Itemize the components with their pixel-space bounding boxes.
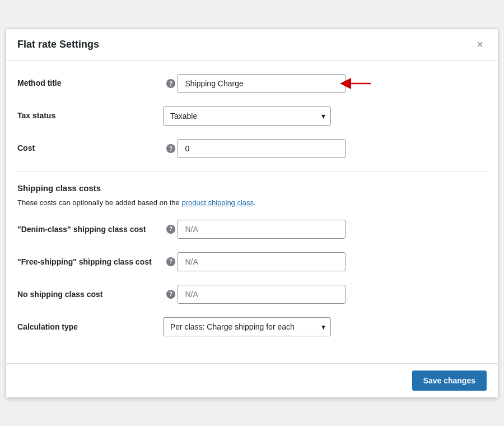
method-title-label-group: Method title bbox=[17, 78, 163, 89]
no-shipping-class-label-group: No shipping class cost bbox=[17, 288, 163, 300]
calculation-type-control-group: Per class: Charge shipping for each bbox=[163, 317, 487, 336]
denim-class-label: "Denim-class" shipping class cost bbox=[17, 224, 146, 235]
section-description-prefix: These costs can optionally be added base… bbox=[17, 198, 181, 207]
section-description: These costs can optionally be added base… bbox=[17, 197, 487, 209]
arrow-indicator bbox=[340, 77, 374, 90]
tax-status-label: Tax status bbox=[17, 110, 55, 122]
section-description-suffix: . bbox=[254, 198, 256, 207]
method-title-label: Method title bbox=[17, 78, 62, 89]
tax-status-label-group: Tax status bbox=[17, 110, 163, 122]
section-divider bbox=[17, 172, 487, 172]
denim-class-row: "Denim-class" shipping class cost ? bbox=[17, 220, 487, 239]
tax-status-select-wrapper: Taxable None bbox=[163, 106, 331, 126]
cost-label-group: Cost bbox=[17, 143, 163, 154]
denim-class-label-group: "Denim-class" shipping class cost bbox=[17, 223, 163, 235]
shipping-class-costs-section: Shipping class costs These costs can opt… bbox=[17, 183, 487, 336]
no-shipping-class-label: No shipping class cost bbox=[17, 289, 102, 300]
no-shipping-class-input[interactable] bbox=[178, 285, 346, 304]
no-shipping-class-row: No shipping class cost ? bbox=[17, 285, 487, 304]
cost-input[interactable] bbox=[178, 139, 346, 158]
denim-class-input[interactable] bbox=[178, 220, 346, 239]
save-changes-button[interactable]: Save changes bbox=[412, 371, 487, 391]
method-title-row: Method title ? bbox=[17, 74, 487, 93]
free-shipping-row: "Free-shipping" shipping class cost ? bbox=[17, 252, 487, 271]
calculation-type-label: Calculation type bbox=[17, 322, 78, 333]
modal-title: Flat rate Settings bbox=[17, 39, 99, 50]
no-shipping-class-help-icon[interactable]: ? bbox=[166, 290, 175, 299]
method-title-help-icon[interactable]: ? bbox=[166, 79, 175, 88]
cost-row: Cost ? bbox=[17, 139, 487, 158]
no-shipping-class-control-group: ? bbox=[163, 285, 487, 304]
calculation-type-row: Calculation type Per class: Charge shipp… bbox=[17, 317, 487, 336]
calculation-type-select-wrapper: Per class: Charge shipping for each bbox=[163, 317, 331, 336]
calculation-type-select[interactable]: Per class: Charge shipping for each bbox=[163, 317, 331, 336]
close-button[interactable]: × bbox=[473, 38, 487, 51]
denim-class-control-group: ? bbox=[163, 220, 487, 239]
method-title-input[interactable] bbox=[178, 74, 346, 93]
cost-label: Cost bbox=[17, 143, 35, 154]
tax-status-control-group: Taxable None bbox=[163, 106, 487, 126]
shipping-class-costs-title: Shipping class costs bbox=[17, 183, 487, 193]
cost-control-group: ? bbox=[163, 139, 487, 158]
tax-status-row: Tax status Taxable None bbox=[17, 106, 487, 126]
denim-class-help-icon[interactable]: ? bbox=[166, 225, 175, 234]
free-shipping-help-icon[interactable]: ? bbox=[166, 257, 175, 266]
free-shipping-label: "Free-shipping" shipping class cost bbox=[17, 257, 152, 268]
modal-body: Method title ? bbox=[6, 61, 498, 363]
product-shipping-class-link[interactable]: product shipping class bbox=[181, 198, 254, 207]
modal-dialog: Flat rate Settings × Method title ? bbox=[6, 28, 498, 398]
free-shipping-control-group: ? bbox=[163, 252, 487, 271]
tax-status-select[interactable]: Taxable None bbox=[163, 106, 331, 126]
calculation-type-label-group: Calculation type bbox=[17, 321, 163, 333]
modal-overlay: Flat rate Settings × Method title ? bbox=[0, 0, 504, 426]
method-title-control-group: ? bbox=[163, 74, 487, 93]
modal-footer: Save changes bbox=[6, 363, 498, 397]
free-shipping-label-group: "Free-shipping" shipping class cost bbox=[17, 256, 163, 268]
free-shipping-input[interactable] bbox=[178, 252, 346, 271]
modal-header: Flat rate Settings × bbox=[6, 29, 498, 61]
cost-help-icon[interactable]: ? bbox=[166, 144, 175, 153]
